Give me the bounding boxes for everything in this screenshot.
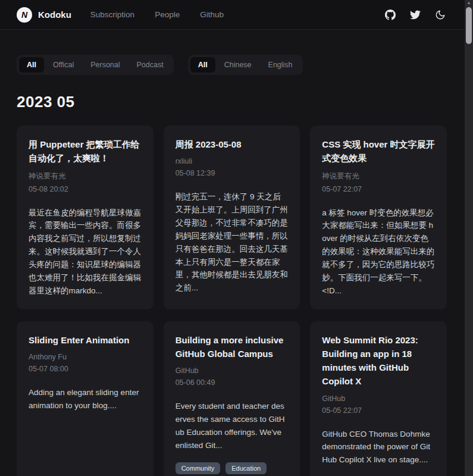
post-author: 神说要有光 [29,171,142,181]
filter-type-button[interactable]: All [19,57,44,73]
post-date: 05-05 22:07 [322,406,435,415]
post-card[interactable]: 周报 2023-05-08 rxliuli 05-08 12:39 刚过完五一，… [164,126,300,309]
nav-item[interactable]: People [155,10,180,19]
post-author: rxliuli [176,157,289,165]
post-card[interactable]: Building a more inclusive GitHub Global … [164,321,300,476]
filter-type-button[interactable]: Podcast [129,57,171,73]
post-author: GitHub [322,394,435,403]
post-card[interactable]: 用 Puppeteer 把繁琐工作给自动化了，太爽啦！ 神说要有光 05-08 … [17,126,154,309]
post-date: 05-08 12:39 [176,169,289,177]
filter-group-type: All Offical Personal Podcast [17,55,174,75]
nav-item[interactable]: Github [200,10,224,19]
header: N Kodoku Subscription People Github [0,0,473,30]
post-card[interactable]: CSS 实现 hover 时文字展开式变色效果 神说要有光 05-07 22:0… [310,126,447,309]
tag-badge[interactable]: Community [176,462,221,474]
filter-language-button[interactable]: Chinese [217,57,259,73]
post-tags: Community Education accessibility GitHub… [176,462,289,476]
site-logo[interactable]: N [17,7,32,23]
post-excerpt: GitHub CEO Thomas Dohmke demonstrated th… [322,428,435,467]
filter-language-button[interactable]: English [261,57,300,73]
nav-item[interactable]: Subscription [90,10,134,19]
header-icons [385,10,446,20]
filter-type-button[interactable]: Personal [83,57,127,73]
scrollbar-up-arrow[interactable]: ▲ [465,0,473,6]
post-author: GitHub [176,367,289,375]
filter-language-button[interactable]: All [190,57,215,73]
post-author: 神说要有光 [322,171,435,181]
post-excerpt: 最近在鱼皮的编程导航星球做嘉宾，需要输出一些内容。而很多内容我之前写过，所以想复… [29,206,142,298]
post-title[interactable]: 用 Puppeteer 把繁琐工作给自动化了，太爽啦！ [29,137,142,165]
main-nav: Subscription People Github [90,10,224,19]
tag-badge[interactable]: Education [225,462,267,474]
twitter-icon[interactable] [410,10,421,20]
post-grid: 用 Puppeteer 把繁琐工作给自动化了，太爽啦！ 神说要有光 05-08 … [17,126,447,476]
post-excerpt: Every student and teacher deserves the s… [176,400,289,452]
post-excerpt: 刚过完五一，连休了 9 天之后又开始上班了。上周回到了广州父母那边，不过非常不凑… [176,190,289,295]
post-author: Anthony Fu [29,353,142,361]
post-excerpt: Adding an elegant sliding enter animatio… [29,386,142,412]
main-content: All Offical Personal Podcast All Chinese… [0,55,473,476]
brand-title[interactable]: Kodoku [38,10,71,20]
post-excerpt: a 标签 hover 时变色的效果想必大家都能写出来：但如果想要 hover 的… [322,206,435,298]
post-card[interactable]: Sliding Enter Animation Anthony Fu 05-07… [17,321,154,476]
moon-icon[interactable] [435,10,446,20]
post-card[interactable]: Web Summit Rio 2023: Building an app in … [310,321,447,476]
post-title[interactable]: Sliding Enter Animation [29,333,142,347]
github-icon[interactable] [385,10,396,20]
post-title[interactable]: Web Summit Rio 2023: Building an app in … [322,333,435,389]
scrollbar-thumb[interactable] [466,7,472,44]
month-heading: 2023 05 [17,93,447,111]
post-title[interactable]: Building a more inclusive GitHub Global … [176,333,289,361]
post-title[interactable]: CSS 实现 hover 时文字展开式变色效果 [322,137,435,165]
scrollbar[interactable]: ▲ [465,0,473,476]
filters: All Offical Personal Podcast All Chinese… [17,55,447,75]
filter-type-button[interactable]: Offical [45,57,82,73]
post-date: 05-07 22:07 [322,185,435,193]
post-date: 05-06 00:49 [176,378,289,387]
post-date: 05-07 08:00 [29,365,142,373]
post-date: 05-08 20:02 [29,185,142,193]
filter-group-language: All Chinese English [188,55,303,75]
post-title[interactable]: 周报 2023-05-08 [176,137,289,151]
